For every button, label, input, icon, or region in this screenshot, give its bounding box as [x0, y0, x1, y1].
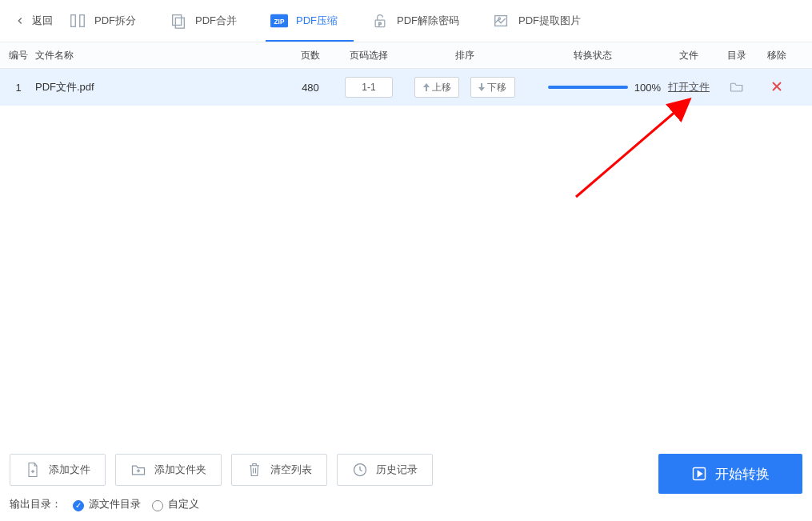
table-row[interactable]: 1 PDF文件.pdf 480 上移 下移 100% 打开文件 [0, 69, 812, 106]
page-range-input[interactable] [345, 77, 393, 98]
split-icon [69, 12, 86, 30]
start-convert-button[interactable]: 开始转换 [658, 454, 802, 494]
col-range: 页码选择 [333, 49, 405, 62]
row-filename: PDF文件.pdf [32, 80, 288, 94]
radio-checked-icon [73, 500, 84, 511]
svg-rect-1 [80, 15, 85, 27]
move-down-button[interactable]: 下移 [470, 77, 515, 98]
col-sort: 排序 [405, 49, 525, 62]
row-index: 1 [5, 82, 32, 94]
col-idx: 编号 [5, 49, 32, 62]
add-folder-label: 添加文件夹 [154, 463, 206, 477]
open-folder-button[interactable] [730, 83, 744, 95]
history-button[interactable]: 历史记录 [337, 454, 433, 486]
svg-rect-2 [173, 15, 182, 26]
table-header: 编号 文件名称 页数 页码选择 排序 转换状态 文件 目录 移除 [0, 42, 812, 69]
output-source-radio[interactable]: 源文件目录 [73, 497, 141, 511]
tab-pdf-merge[interactable]: PDF合并 [165, 0, 261, 42]
col-name: 文件名称 [32, 49, 288, 62]
progress-percent: 100% [634, 82, 661, 94]
tab-pdf-extract-image[interactable]: PDF提取图片 [488, 0, 605, 42]
col-status: 转换状态 [525, 49, 661, 62]
remove-row-button[interactable] [771, 82, 782, 94]
history-label: 历史记录 [376, 463, 418, 477]
move-down-label: 下移 [487, 81, 506, 94]
row-pagecount: 480 [288, 82, 333, 94]
zip-icon: ZIP [270, 12, 288, 30]
tab-label: PDF拆分 [94, 14, 136, 28]
image-extract-icon [493, 12, 510, 30]
add-file-label: 添加文件 [49, 463, 90, 477]
tab-label: PDF压缩 [296, 14, 338, 28]
close-icon [771, 81, 782, 92]
svg-line-10 [576, 101, 688, 197]
svg-text:P: P [378, 22, 382, 26]
move-up-label: 上移 [432, 81, 451, 94]
move-up-button[interactable]: 上移 [414, 77, 459, 98]
trash-icon [246, 462, 262, 478]
output-custom-label: 自定义 [168, 497, 199, 511]
svg-rect-3 [175, 18, 184, 28]
tab-label: PDF解除密码 [397, 14, 459, 28]
folder-add-icon [130, 462, 146, 478]
radio-unchecked-icon [152, 500, 163, 511]
output-source-label: 源文件目录 [89, 497, 141, 511]
clock-icon [352, 462, 368, 478]
arrow-left-icon [11, 12, 29, 30]
back-button[interactable]: 返回 [5, 7, 59, 34]
back-label: 返回 [32, 14, 53, 28]
output-custom-radio[interactable]: 自定义 [152, 497, 199, 511]
tab-pdf-compress[interactable]: ZIP PDF压缩 [266, 0, 362, 42]
arrow-up-icon [423, 83, 430, 91]
svg-rect-0 [71, 15, 76, 27]
arrow-down-icon [478, 83, 485, 91]
merge-icon [170, 12, 187, 30]
col-del: 移除 [757, 49, 797, 62]
col-file: 文件 [661, 49, 717, 62]
output-dir-label: 输出目录： [10, 497, 62, 511]
unlock-icon: P [371, 12, 389, 30]
svg-text:ZIP: ZIP [274, 18, 285, 26]
tab-label: PDF合并 [195, 14, 237, 28]
add-file-button[interactable]: 添加文件 [10, 454, 106, 486]
progress-bar [548, 86, 628, 89]
col-pages: 页数 [288, 49, 333, 62]
annotation-arrow [568, 93, 704, 205]
tab-label: PDF提取图片 [518, 14, 581, 28]
open-file-link[interactable]: 打开文件 [668, 81, 710, 93]
tab-pdf-unlock[interactable]: P PDF解除密码 [366, 0, 483, 42]
add-folder-button[interactable]: 添加文件夹 [115, 454, 222, 486]
folder-icon [730, 80, 744, 93]
play-icon [691, 466, 707, 482]
start-convert-label: 开始转换 [715, 465, 770, 483]
clear-list-label: 清空列表 [270, 463, 312, 477]
tab-pdf-split[interactable]: PDF拆分 [64, 0, 160, 42]
svg-point-9 [498, 18, 500, 19]
file-add-icon [25, 462, 41, 478]
col-dir: 目录 [717, 49, 757, 62]
clear-list-button[interactable]: 清空列表 [231, 454, 327, 486]
